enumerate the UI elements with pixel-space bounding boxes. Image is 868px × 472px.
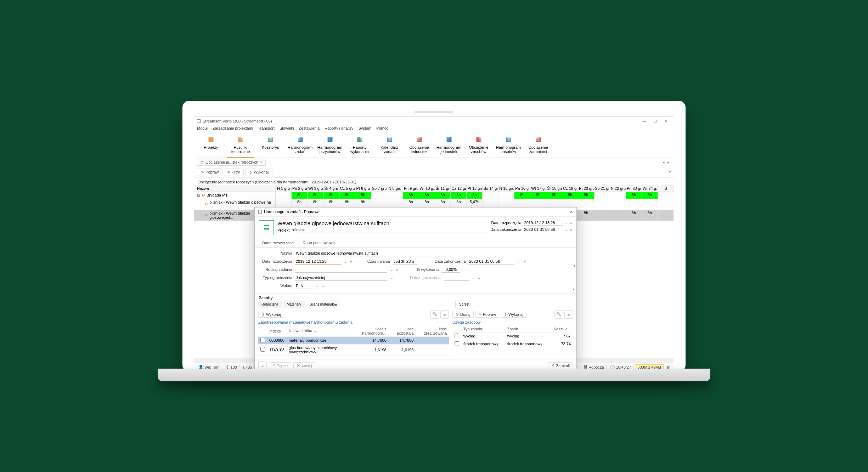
collapse-icon[interactable]: ⊟ (197, 193, 200, 198)
chevron-down-icon[interactable]: ⌄ (390, 267, 393, 272)
hamburger-icon[interactable]: ≡ (258, 362, 267, 370)
hamburger-icon[interactable]: ≡ (564, 310, 573, 319)
subtab-sprzet[interactable]: Sprzęt (455, 301, 473, 308)
col-day[interactable]: Cz 19 gru (562, 185, 578, 192)
options-icon[interactable]: ≡ (570, 221, 572, 225)
col-day[interactable]: Wt 24 g... (642, 185, 658, 192)
dialog-close-icon[interactable]: ✕ (570, 210, 573, 214)
ogr-input[interactable] (295, 275, 387, 281)
menu-zestawienia[interactable]: Zestawienia (299, 126, 320, 130)
right-wykonaj-button[interactable]: ❯Wykonaj (501, 311, 526, 318)
start-input[interactable] (295, 258, 341, 265)
zamknij-button[interactable]: ✕Zamknij (548, 362, 573, 369)
wal-input[interactable] (295, 283, 313, 289)
rodzaj-input[interactable] (295, 267, 387, 273)
options-icon[interactable]: ≡ (350, 259, 352, 263)
subtab-robocizna[interactable]: Robocizna (258, 301, 282, 308)
row-checkbox[interactable] (260, 347, 265, 352)
close-tab-icon[interactable]: × (260, 160, 262, 164)
maximize-button[interactable]: ▢ (650, 119, 660, 123)
row-checkbox[interactable] (455, 334, 459, 338)
close-button[interactable]: ✕ (660, 119, 671, 123)
options-icon[interactable]: ≡ (478, 275, 480, 280)
chevron-down-icon[interactable]: ⌄ (390, 275, 393, 280)
search-icon[interactable]: 🔍 (430, 310, 439, 319)
tab-extended[interactable]: Dane rozszerzone (258, 239, 298, 247)
dodaj-button[interactable]: ⊕Dodaj (452, 311, 474, 318)
chevron-down-icon[interactable]: ⌄ (472, 275, 475, 280)
ribbon-harmonogram-przychodów[interactable]: ▦Harmonogram przychodów (316, 133, 344, 158)
popraw-button[interactable]: ✎ Popraw (197, 169, 222, 176)
ribbon-obciążenie-zasobów[interactable]: ▦Obciążenie zasobów (465, 133, 492, 158)
table-row[interactable]: wyciągwyciąg7,87 (452, 332, 573, 340)
start-date-field[interactable]: 2019-12-12 13:28 (524, 220, 563, 226)
col-day[interactable]: Pn 23 gru (626, 185, 642, 192)
menu-pomoc[interactable]: Pomoc (376, 126, 388, 130)
ribbon-raporty-wykonania[interactable]: ▦Raporty wykonania (346, 133, 373, 158)
ribbon-harmonogram-zadań[interactable]: ▦Harmonogram zadań (286, 133, 314, 158)
col-day[interactable]: Pt 6 gru (355, 185, 371, 192)
ribbon-kalendarz-zadań[interactable]: ▦Kalendarz zadań (376, 133, 403, 158)
grid-row[interactable]: ⊟ ⚙ Brygada M18h8h8h8h8h8h8h8h8h8h8h8h8h… (194, 192, 674, 199)
options-icon[interactable]: ≡ (322, 284, 324, 288)
options-icon[interactable]: ≡ (396, 267, 398, 272)
col-day[interactable]: So 7 gru (371, 185, 387, 192)
table-row[interactable]: środek transportowyśrodek transportowy73… (452, 340, 573, 348)
czas-input[interactable] (393, 258, 417, 265)
col-day[interactable]: Śr 4 gru (323, 185, 339, 192)
minimize-button[interactable]: — (639, 119, 650, 123)
col-day[interactable]: Wt 10 g... (419, 185, 435, 192)
col-day[interactable]: Cz 12 gru (451, 185, 467, 192)
col-day[interactable]: Śr 18 gru (546, 185, 562, 192)
trash-icon[interactable]: 🗑 (665, 365, 672, 369)
col-day[interactable]: Wt 3 gru (308, 185, 323, 192)
col-day[interactable]: N 22 gru (610, 185, 626, 192)
hamburger-icon[interactable]: ≡ (440, 310, 449, 319)
wykonaj-button[interactable]: ❯ Wykonaj (245, 169, 272, 176)
row-checkbox[interactable] (455, 341, 459, 346)
row-checkbox[interactable] (260, 338, 265, 342)
search-icon[interactable]: 🔍 (554, 310, 563, 319)
col-day[interactable]: Wt 17 g... (530, 185, 546, 192)
chevron-down-icon[interactable]: ⌄ (316, 284, 319, 288)
end-date-field[interactable]: 2020-01-31 08:56 (524, 227, 563, 232)
doc-tab-workload[interactable]: ⚙ Obciążenie je...stek roboczych × (197, 159, 266, 166)
menu-słowniki[interactable]: Słowniki (280, 126, 294, 130)
ribbon-rysunki-techniczne[interactable]: ▦Rysunki techniczne (227, 133, 254, 158)
end-input[interactable] (468, 258, 514, 265)
nazwa-input[interactable] (295, 250, 451, 256)
zapisz-button[interactable]: ✓Zapisz (269, 362, 291, 369)
hamburger-icon[interactable]: ≡ (669, 170, 671, 174)
menu-transport[interactable]: Transport (258, 126, 275, 130)
chevron-down-icon[interactable]: ⌄ (517, 259, 520, 264)
table-row[interactable]: 1740103gips budowlany szpachlowy powierz… (258, 344, 449, 355)
subtab-materialy[interactable]: Materiały (283, 301, 305, 308)
ribbon-obciążenie-jednostek[interactable]: ▦Obciążenie jednostek (405, 133, 433, 158)
col-day[interactable]: Pt 13 gru (467, 185, 483, 192)
ribbon-kosztorys[interactable]: ▦Kosztorys (257, 133, 284, 158)
menu-zarządzanie-projektami[interactable]: Zarządzanie projektami (213, 126, 253, 130)
chevron-down-icon[interactable]: ⌄ (565, 227, 568, 232)
options-icon[interactable]: ≡ (523, 259, 525, 263)
col-day[interactable]: So 21 gru (594, 185, 610, 192)
anuluj-button[interactable]: ✕Anuluj (293, 362, 315, 369)
menu-raporty-i-analizy[interactable]: Raporty i analizy (325, 126, 353, 130)
menu-moduł[interactable]: Moduł (197, 126, 208, 130)
col-day[interactable]: Pn 9 gru (403, 185, 419, 192)
ribbon-projekty[interactable]: ▦Projekty (197, 133, 225, 158)
table-row[interactable]: 0000000materiały pomocnicze14,780014,780… (258, 336, 449, 344)
tab-right-icon[interactable]: ▸ (667, 160, 670, 165)
col-nazwa[interactable]: Nazwa (194, 185, 276, 192)
col-day[interactable]: N 1 gru (276, 185, 292, 192)
project-field[interactable]: blizniak (292, 228, 487, 233)
col-day[interactable]: Cz 5 gru (339, 185, 355, 192)
col-day[interactable]: N 15 gru (498, 185, 514, 192)
ribbon-obciążenie-zadaniami[interactable]: ▦Obciążenie zadaniami (524, 133, 552, 158)
tab-basic[interactable]: Dane podstawowe (298, 239, 339, 247)
form-scrollbar[interactable]: ▴▾ (573, 264, 576, 291)
col-day[interactable]: Pn 16 gru (514, 185, 530, 192)
options-icon[interactable]: ≡ (570, 227, 572, 232)
col-day[interactable]: Pn 2 gru (292, 185, 308, 192)
col-day[interactable]: Pt 20 gru (578, 185, 594, 192)
proc-input[interactable] (442, 267, 460, 273)
